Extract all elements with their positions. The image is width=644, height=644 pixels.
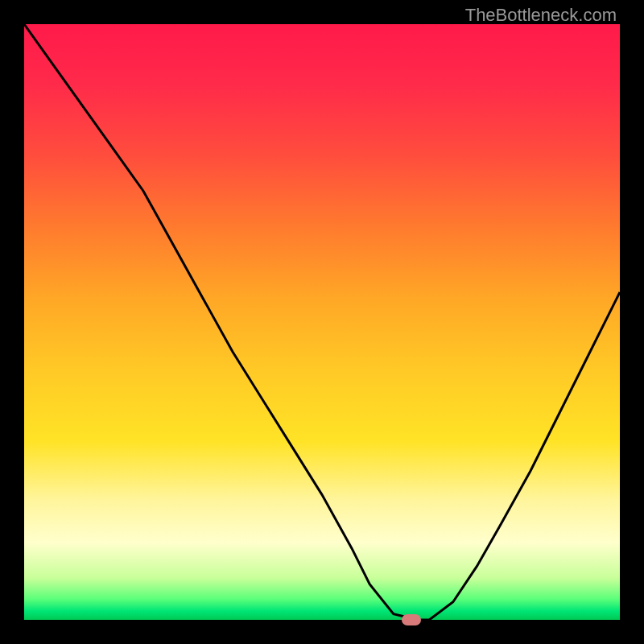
bottleneck-curve xyxy=(24,24,620,620)
watermark-text: TheBottleneck.com xyxy=(465,5,617,26)
chart-container: TheBottleneck.com xyxy=(0,0,644,644)
optimal-point-marker xyxy=(402,614,421,625)
